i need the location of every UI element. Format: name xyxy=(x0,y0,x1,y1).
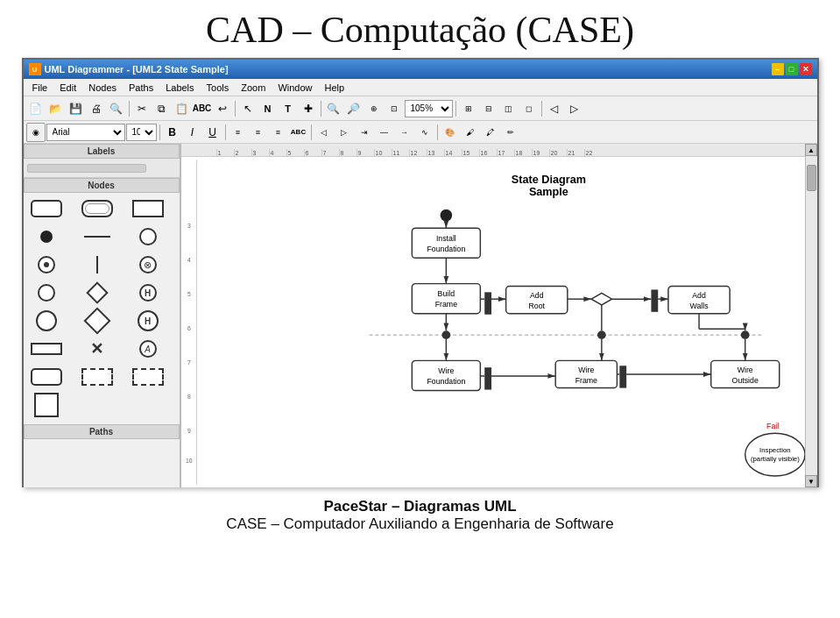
font-family-dropdown[interactable]: Arial xyxy=(46,124,125,141)
format3-icon[interactable]: ◫ xyxy=(499,99,519,118)
menu-help[interactable]: Help xyxy=(320,81,350,95)
scroll-down-button[interactable]: ▼ xyxy=(805,475,817,487)
menu-paths[interactable]: Paths xyxy=(124,81,159,95)
format2-icon[interactable]: ⊟ xyxy=(479,99,498,118)
node-x-shape[interactable]: ✕ xyxy=(78,337,116,361)
svg-text:Outside: Outside xyxy=(731,376,758,385)
align-left-icon[interactable]: ≡ xyxy=(229,123,248,142)
menu-zoom[interactable]: Zoom xyxy=(236,81,271,95)
node-x-circle[interactable]: ⊗ xyxy=(129,252,167,277)
font-size-dropdown[interactable]: 10 xyxy=(126,124,157,141)
arrow-icon[interactable]: → xyxy=(395,123,414,142)
start-node xyxy=(440,210,452,222)
node-dbl-rounded[interactable] xyxy=(78,196,116,221)
join-bar-3 xyxy=(484,367,491,389)
node-vline[interactable] xyxy=(78,252,116,277)
node-dashed-rect[interactable] xyxy=(78,365,116,389)
back-icon[interactable]: ◁ xyxy=(545,99,564,118)
select-icon[interactable]: ↖ xyxy=(238,99,258,118)
menu-tools[interactable]: Tools xyxy=(201,81,235,95)
color4-icon[interactable]: ✏ xyxy=(501,123,520,142)
abc-icon[interactable]: ABC xyxy=(289,123,308,142)
text-icon[interactable]: N xyxy=(258,99,278,118)
menu-labels[interactable]: Labels xyxy=(160,81,199,95)
node-hp-circle[interactable]: H xyxy=(129,309,167,333)
svg-text:Frame: Frame xyxy=(434,300,456,309)
print-icon[interactable]: 🖨 xyxy=(87,99,106,118)
format4-icon[interactable]: ◻ xyxy=(519,99,539,118)
node-line[interactable] xyxy=(78,224,116,249)
node-h-circle[interactable]: H xyxy=(129,281,167,305)
copy-icon[interactable]: ⧉ xyxy=(152,99,172,118)
bold-icon[interactable]: B xyxy=(163,123,182,142)
menu-file[interactable]: File xyxy=(27,81,53,95)
sep9 xyxy=(437,124,438,140)
nodes-palette: ⊗ H xyxy=(24,193,180,421)
italic-icon[interactable]: I xyxy=(183,123,202,142)
diagram-area: 1 2 3 4 5 6 7 8 9 10 11 12 13 14 15 16 1 xyxy=(181,144,805,487)
node-circle-dot[interactable] xyxy=(27,252,66,277)
text-right-icon[interactable]: ▷ xyxy=(335,123,354,142)
nav-icon[interactable]: ◉ xyxy=(26,123,46,142)
close-button[interactable]: ✕ xyxy=(800,63,812,75)
maximize-button[interactable]: □ xyxy=(786,63,798,75)
preview-icon[interactable]: 🔍 xyxy=(107,99,126,118)
open-icon[interactable]: 📂 xyxy=(46,99,66,118)
paste-icon[interactable]: 📋 xyxy=(173,99,192,118)
insert-icon[interactable]: ✚ xyxy=(299,99,318,118)
node-dashed-rect2[interactable] xyxy=(129,365,167,389)
menu-nodes[interactable]: Nodes xyxy=(83,81,122,95)
indent-icon[interactable]: ⇥ xyxy=(355,123,374,142)
node-circle2[interactable] xyxy=(27,281,66,305)
node-rounded-rect[interactable] xyxy=(27,196,66,221)
zoom-fit-icon[interactable]: ⊕ xyxy=(364,99,384,118)
menu-window[interactable]: Window xyxy=(272,81,317,95)
zoom-select-icon[interactable]: ⊡ xyxy=(385,99,404,118)
ruler-8: 8 xyxy=(339,149,356,156)
text-left-icon[interactable]: ◁ xyxy=(314,123,334,142)
align-right-icon[interactable]: ≡ xyxy=(269,123,288,142)
fwd-icon[interactable]: ▷ xyxy=(565,99,584,118)
ruler-18: 18 xyxy=(514,149,532,156)
scrollbar-track[interactable] xyxy=(806,156,817,475)
menu-edit[interactable]: Edit xyxy=(54,81,81,95)
format1-icon[interactable]: ⊞ xyxy=(459,99,478,118)
spell-icon[interactable]: ABC xyxy=(193,99,212,118)
window-title: UML Diagrammer - [UML2 State Sample] xyxy=(45,64,229,75)
cut-icon[interactable]: ✂ xyxy=(132,99,152,118)
color2-icon[interactable]: 🖌 xyxy=(461,123,480,142)
zoom-in-icon[interactable]: 🔍 xyxy=(324,99,343,118)
node-a-circle[interactable]: A xyxy=(129,337,167,361)
undo-icon[interactable]: ↩ xyxy=(213,99,232,118)
svg-text:3: 3 xyxy=(187,223,190,229)
color3-icon[interactable]: 🖍 xyxy=(481,123,500,142)
join-bar-1 xyxy=(484,292,491,314)
minimize-button[interactable]: – xyxy=(772,63,784,75)
sep8 xyxy=(311,124,312,140)
node-circle3[interactable] xyxy=(27,309,66,333)
zoom-dropdown[interactable]: 105% xyxy=(405,100,453,117)
node-single-rect[interactable] xyxy=(27,393,66,417)
node-filled-circle[interactable] xyxy=(27,224,66,249)
align-center-icon[interactable]: ≡ xyxy=(249,123,268,142)
sep7 xyxy=(225,124,226,140)
node-diamond[interactable] xyxy=(78,281,116,305)
ruler-11: 11 xyxy=(392,149,409,156)
underline-icon[interactable]: U xyxy=(203,123,222,142)
line-icon[interactable]: — xyxy=(375,123,394,142)
node-rect2[interactable] xyxy=(27,337,66,361)
node-diamond2[interactable] xyxy=(78,309,116,333)
text2-icon[interactable]: T xyxy=(279,99,298,118)
ruler-3: 3 xyxy=(251,149,269,156)
zoom-out-icon[interactable]: 🔎 xyxy=(344,99,364,118)
curve-icon[interactable]: ∿ xyxy=(415,123,434,142)
node-circle[interactable] xyxy=(129,224,167,249)
color1-icon[interactable]: 🎨 xyxy=(441,123,460,142)
scroll-up-button[interactable]: ▲ xyxy=(805,144,817,156)
node-rect[interactable] xyxy=(129,196,167,221)
ruler-12: 12 xyxy=(409,149,427,156)
node-rounded-rect2[interactable] xyxy=(27,365,66,389)
save-icon[interactable]: 💾 xyxy=(67,99,86,118)
new-icon[interactable]: 📄 xyxy=(26,99,46,118)
scrollbar-thumb[interactable] xyxy=(807,165,816,191)
